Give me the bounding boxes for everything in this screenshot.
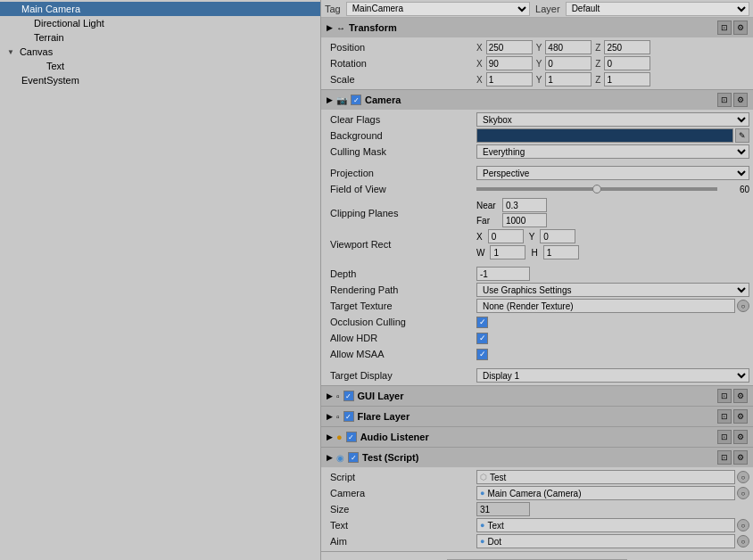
clear-flags-select[interactable]: Skybox [476,112,749,127]
far-input[interactable] [502,213,547,227]
transform-icon-btn1[interactable]: ⊡ [717,21,732,35]
transform-gear-btn[interactable]: ⚙ [733,21,748,35]
scale-z[interactable] [604,72,650,86]
size-input[interactable] [476,502,530,516]
camera-header[interactable]: ▶ 📷 ✓ Camera ⊡ ⚙ [321,90,753,110]
allow-hdr-row: Allow HDR ✓ [321,330,753,346]
near-input[interactable] [502,198,547,212]
fov-slider-track[interactable] [476,187,717,191]
gui-layer-gear-btn[interactable]: ⚙ [733,389,748,403]
allow-msaa-value: ✓ [476,349,749,360]
target-display-select[interactable]: Display 1 [476,368,749,383]
near-row: Near [476,198,547,212]
hierarchy-item-main-camera[interactable]: Main Camera [0,2,320,16]
far-row: Far [476,213,547,227]
target-texture-value: None (Render Texture) ○ [476,299,749,313]
camera-body: Clear Flags Skybox Background ✎ Culling … [321,110,753,385]
test-camera-circle-btn[interactable]: ○ [737,487,749,499]
scale-y[interactable] [545,72,592,86]
camera-enable-checkbox[interactable]: ✓ [351,95,361,105]
vp-h-input[interactable] [543,245,579,259]
clipping-planes-row: Clipping Planes Near Far [321,197,753,228]
audio-listener-icon-btn[interactable]: ⊡ [717,430,732,444]
size-label: Size [325,504,476,515]
flare-layer-icon-btn[interactable]: ⊡ [717,409,732,424]
aim-ref-text: Dot [484,537,501,547]
hierarchy-item-directional-light[interactable]: Directional Light [0,16,320,30]
position-x[interactable] [486,40,533,54]
clear-flags-label: Clear Flags [325,114,476,125]
audio-listener-checkbox[interactable]: ✓ [346,432,357,442]
test-camera-ref-field: ● Main Camera (Camera) [476,486,735,500]
hierarchy-panel: Main CameraDirectional LightTerrain▼Canv… [0,0,321,560]
hierarchy-item-text[interactable]: Text [0,59,320,73]
hierarchy-item-label: EventSystem [21,75,79,86]
depth-input[interactable] [476,267,530,281]
position-y[interactable] [545,40,592,54]
hierarchy-item-canvas[interactable]: ▼Canvas [0,45,320,59]
rotation-x[interactable] [486,56,533,70]
script-label: Script [325,472,476,482]
culling-mask-value: Everything [476,144,749,159]
culling-mask-select[interactable]: Everything [476,144,749,159]
gui-layer-header[interactable]: ▶ ▫ ✓ GUI Layer ⊡ ⚙ [321,386,753,406]
fov-slider-thumb[interactable] [592,185,601,194]
vp-w-input[interactable] [490,245,525,259]
position-value: X Y Z [476,40,749,54]
aim-circle-btn[interactable]: ○ [737,535,749,548]
camera-gear-btn[interactable]: ⚙ [733,93,748,107]
gui-layer-icons: ⊡ ⚙ [717,389,748,403]
allow-msaa-checkbox[interactable]: ✓ [476,349,488,360]
rotation-value: X Y Z [476,56,749,70]
clear-flags-value: Skybox [476,112,749,127]
target-display-label: Target Display [325,370,476,381]
target-display-row: Target Display Display 1 [321,367,753,383]
vp-y-input[interactable] [540,229,575,243]
gui-layer-checkbox[interactable]: ✓ [343,391,354,401]
audio-listener-header[interactable]: ▶ ● ✓ Audio Listener ⊡ ⚙ [321,427,753,447]
allow-hdr-checkbox[interactable]: ✓ [476,333,488,344]
background-color[interactable] [476,128,733,143]
audio-listener-gear-btn[interactable]: ⚙ [733,430,748,444]
flare-layer-triangle: ▶ [327,412,333,421]
background-edit-btn[interactable]: ✎ [735,128,749,143]
scale-x[interactable] [486,72,533,86]
camera-icon-btn1[interactable]: ⊡ [717,93,732,107]
projection-value: Perspective [476,166,749,180]
flare-layer-header[interactable]: ▶ ▫ ✓ Flare Layer ⊡ ⚙ [321,407,753,426]
vp-x-input[interactable] [488,229,524,243]
depth-label: Depth [325,268,476,279]
near-label: Near [476,201,499,210]
test-script-gear-btn[interactable]: ⚙ [733,450,748,465]
transform-header[interactable]: ▶ ↔ Transform ⊡ ⚙ [321,18,753,37]
test-script-section: ▶ ◉ ✓ Test (Script) ⊡ ⚙ Script ⬡ Test ○ [321,448,753,552]
projection-select[interactable]: Perspective [476,166,749,180]
camera-section: ▶ 📷 ✓ Camera ⊡ ⚙ Clear Flags Skybox Ba [321,90,753,386]
hierarchy-item-label: Terrain [34,32,64,43]
position-z[interactable] [604,40,650,54]
test-script-checkbox[interactable]: ✓ [348,452,359,463]
size-value [476,502,749,516]
rotation-label: Rotation [325,58,476,69]
layer-select[interactable]: Default [566,2,749,16]
size-row: Size [321,501,753,517]
script-circle-btn[interactable]: ○ [737,471,749,483]
test-script-header[interactable]: ▶ ◉ ✓ Test (Script) ⊡ ⚙ [321,448,753,467]
near-far-group: Near Far [476,198,547,227]
occlusion-culling-checkbox[interactable]: ✓ [476,317,488,328]
rotation-z[interactable] [604,56,650,70]
flare-layer-checkbox[interactable]: ✓ [343,411,354,422]
tag-select[interactable]: MainCamera [346,2,530,16]
test-text-circle-btn[interactable]: ○ [737,519,749,531]
gui-layer-triangle: ▶ [327,391,333,400]
hierarchy-item-event-system[interactable]: EventSystem [0,73,320,87]
target-texture-circle-btn[interactable]: ○ [737,300,749,312]
hierarchy-item-terrain[interactable]: Terrain [0,30,320,45]
rotation-y[interactable] [545,56,592,70]
test-script-icon-btn[interactable]: ⊡ [717,450,732,465]
rendering-path-select[interactable]: Use Graphics Settings [476,283,749,297]
viewport-rect-row: Viewport Rect X Y W H [321,228,753,260]
gui-layer-icon-btn[interactable]: ⊡ [717,389,732,403]
gui-layer-section: ▶ ▫ ✓ GUI Layer ⊡ ⚙ [321,386,753,407]
flare-layer-gear-btn[interactable]: ⚙ [733,409,748,424]
